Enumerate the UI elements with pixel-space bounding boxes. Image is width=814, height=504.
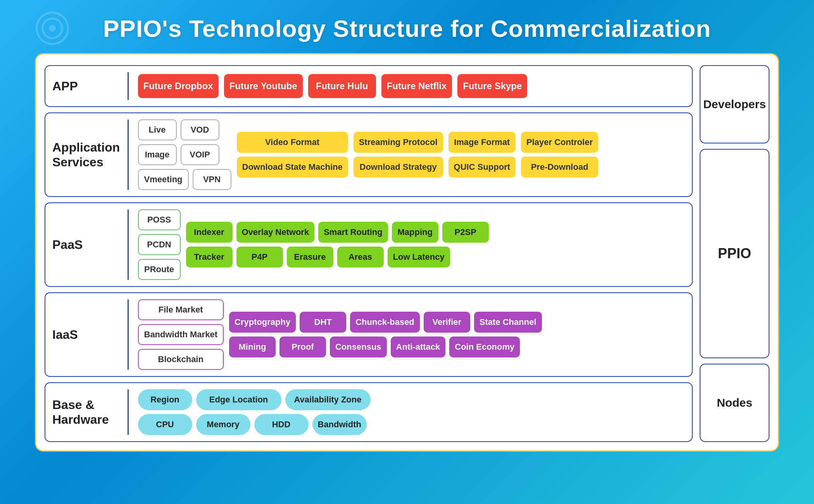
ppio-box: PPIO [700, 149, 769, 359]
badge-pcdn: PCDN [138, 234, 181, 255]
badge-p4p: P4P [236, 247, 283, 268]
badge-poss: POSS [138, 209, 181, 230]
divider [128, 72, 129, 100]
badge-smart-routing: Smart Routing [318, 222, 388, 243]
badge-quic-support: QUIC Support [448, 157, 516, 178]
badge-areas: Areas [337, 247, 384, 268]
appservices-layer: Application Services Live VOD Image VOIP… [45, 112, 693, 197]
appservices-col1: Video Format Download State Machine [237, 132, 348, 178]
badge-mapping: Mapping [392, 222, 438, 243]
badge-future-hulu: Future Hulu [308, 74, 376, 98]
badge-p2sp: P2SP [442, 222, 489, 243]
badge-video-format: Video Format [237, 132, 348, 153]
badge-image: Image [138, 144, 177, 165]
badge-overlay-network: Overlay Network [236, 222, 315, 243]
badge-live: Live [138, 119, 177, 140]
badge-vmeeting: Vmeeting [138, 169, 189, 190]
badge-tracker: Tracker [186, 247, 233, 268]
badge-hdd: HDD [254, 414, 309, 435]
badge-proof: Proof [279, 337, 326, 357]
divider [128, 299, 129, 370]
badge-file-market: File Market [138, 299, 224, 320]
svg-point-2 [49, 25, 56, 32]
appservices-col4: Player Controler Pre-Download [521, 132, 598, 178]
paas-layer-label: PaaS [52, 237, 118, 252]
badge-future-dropbox: Future Dropbox [138, 74, 219, 98]
badge-future-youtube: Future Youtube [224, 74, 303, 98]
base-layer: Base & Hardware Region Edge Location Ava… [45, 382, 693, 442]
iaas-layer: IaaS File Market Bandwidth Market Blockc… [45, 292, 693, 377]
layers-column: APP Future Dropbox Future Youtube Future… [45, 65, 693, 442]
badge-vpn: VPN [193, 169, 231, 190]
badge-image-format: Image Format [448, 132, 516, 153]
badge-low-latency: Low Latency [388, 247, 450, 268]
nodes-box: Nodes [700, 364, 769, 442]
badge-bandwidth: Bandwidth [312, 414, 367, 435]
main-container: APP Future Dropbox Future Youtube Future… [35, 53, 779, 452]
paas-layer: PaaS POSS PCDN PRoute Indexer Overlay Ne… [45, 202, 693, 287]
appservices-layer-content: Live VOD Image VOIP Vmeeting VPN Video F… [138, 119, 685, 190]
paas-left-group: POSS PCDN PRoute [138, 209, 181, 280]
badge-future-skype: Future Skype [457, 74, 527, 98]
appservices-left-group: Live VOD Image VOIP Vmeeting VPN [138, 119, 231, 190]
badge-pre-download: Pre-Download [521, 157, 598, 178]
paas-right-group: Indexer Overlay Network Smart Routing Ma… [186, 222, 489, 268]
badge-region: Region [138, 389, 192, 410]
paas-layer-content: POSS PCDN PRoute Indexer Overlay Network… [138, 209, 685, 280]
badge-cpu: CPU [138, 414, 192, 435]
badge-voip: VOIP [181, 144, 219, 165]
right-column: Developers PPIO Nodes [700, 65, 769, 442]
badge-state-channel: State Channel [474, 312, 542, 333]
watermark-logo [35, 11, 70, 46]
app-layer: APP Future Dropbox Future Youtube Future… [45, 65, 693, 107]
badge-mining: Mining [229, 337, 276, 357]
iaas-layer-label: IaaS [52, 327, 118, 342]
app-layer-content: Future Dropbox Future Youtube Future Hul… [138, 74, 685, 98]
iaas-left-group: File Market Bandwidth Market Blockchain [138, 299, 224, 370]
divider [128, 119, 129, 190]
badge-consensus: Consensus [330, 337, 387, 357]
badge-vod: VOD [181, 119, 219, 140]
badge-indexer: Indexer [186, 222, 233, 243]
badge-player-controler: Player Controler [521, 132, 598, 153]
iaas-right-group: Cryptography DHT Chunck-based Verifier S… [229, 312, 542, 357]
badge-edge-location: Edge Location [196, 389, 281, 410]
page-title: PPIO's Technology Structure for Commerci… [103, 15, 711, 42]
badge-proute: PRoute [138, 259, 181, 280]
divider [128, 209, 129, 280]
badge-memory: Memory [196, 414, 250, 435]
base-layer-label: Base & Hardware [52, 397, 118, 427]
badge-download-strategy: Download Strategy [354, 157, 443, 178]
appservices-col3: Image Format QUIC Support [448, 132, 516, 178]
app-layer-label: APP [52, 79, 118, 93]
base-hardware-group: Region Edge Location Availability Zone C… [138, 389, 371, 435]
badge-chunck-based: Chunck-based [350, 312, 420, 333]
appservices-col2: Streaming Protocol Download Strategy [354, 132, 443, 178]
appservices-layer-label: Application Services [52, 140, 118, 170]
developers-box: Developers [700, 65, 769, 143]
badge-blockchain: Blockchain [138, 349, 224, 370]
iaas-layer-content: File Market Bandwidth Market Blockchain … [138, 299, 685, 370]
badge-anti-attack: Anti-attack [391, 337, 446, 357]
badge-availability-zone: Availability Zone [285, 389, 371, 410]
badge-verifier: Verifier [424, 312, 470, 333]
badge-download-state-machine: Download State Machine [237, 157, 348, 178]
badge-dht: DHT [300, 312, 346, 333]
divider [128, 389, 129, 435]
badge-cryptography: Cryptography [229, 312, 296, 333]
badge-bandwidth-market: Bandwidth Market [138, 324, 224, 345]
badge-streaming-protocol: Streaming Protocol [354, 132, 443, 153]
badge-erasure: Erasure [287, 247, 333, 268]
base-layer-content: Region Edge Location Availability Zone C… [138, 389, 685, 435]
badge-future-netflix: Future Netflix [381, 74, 452, 98]
badge-coin-economy: Coin Economy [449, 337, 520, 357]
